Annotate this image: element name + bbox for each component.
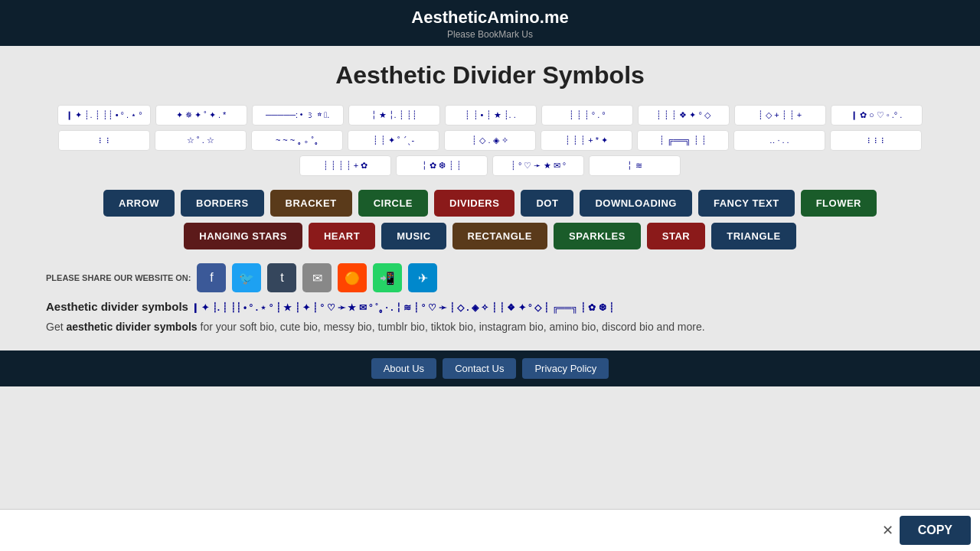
share-button-twitter[interactable]: 🐦: [232, 263, 261, 292]
description-symbols: ❙ ✦ ┊. ┊ ┊┊ • ° . ⋆ ° ┊ ★ ┊ ✦ ┊ ° ♡ ➛ ★ …: [191, 302, 614, 313]
page-title: Aesthetic Divider Symbols: [46, 61, 934, 90]
divider-cell[interactable]: ─────:・꒱ ☆ ゚.: [252, 105, 344, 126]
divider-cell[interactable]: ╎ ★ ╎. ┊ ┊┊: [348, 105, 440, 126]
description-body: Get aesthetic divider symbols for your s…: [46, 319, 934, 335]
divider-cell[interactable]: ‥ · . .: [733, 130, 825, 151]
divider-cell[interactable]: ┊ ┊ ┊ ° . °: [541, 105, 633, 126]
category-button-heart[interactable]: HEART: [309, 223, 375, 249]
divider-cell[interactable]: ╎ ✿ ❆ ┊ ┊: [396, 155, 488, 176]
category-button-dividers[interactable]: DIVIDERS: [434, 190, 514, 217]
category-button-dot[interactable]: DOT: [521, 190, 573, 217]
share-button-reddit[interactable]: 🟠: [338, 263, 367, 292]
divider-cell[interactable]: ⫶ ⫶ ⫶: [830, 130, 922, 151]
share-button-whatsapp[interactable]: 📲: [373, 263, 402, 292]
category-buttons: ARROWBORDERSBRACKETCIRCLEDIVIDERSDOTDOWN…: [46, 190, 934, 249]
divider-cell[interactable]: ┊ ┊ ┊ ❖ ✦ ° ◇: [638, 105, 730, 126]
share-button-telegram[interactable]: ✈: [408, 263, 437, 292]
category-button-borders[interactable]: BORDERS: [181, 190, 264, 217]
divider-cell[interactable]: ┊ ╔══╗ ┊ ┊: [637, 130, 729, 151]
divider-cell[interactable]: ╎ ≋: [589, 155, 681, 176]
site-subtitle: Please BookMark Us: [0, 29, 980, 40]
share-button-tumblr[interactable]: t: [267, 263, 296, 292]
site-title: AestheticAmino.me: [0, 8, 980, 28]
footer-link-privacy-policy[interactable]: Privacy Policy: [522, 358, 609, 379]
divider-cell[interactable]: ☆ ˚ . ☆: [155, 130, 247, 151]
share-buttons-container: f🐦t✉🟠📲✈: [197, 263, 437, 292]
divider-grid: ❙ ✦ ┊. ┊ ┊┊ • ° . ⋆ °✦ ✵ ✦ ˚ ✦ . *─────:…: [46, 105, 934, 176]
share-button-email[interactable]: ✉: [302, 263, 332, 292]
divider-cell[interactable]: ┊ ┊ ┊ + * ✦: [541, 130, 632, 151]
footer-link-contact-us[interactable]: Contact Us: [443, 358, 516, 379]
category-button-circle[interactable]: CIRCLE: [358, 190, 428, 217]
copy-clear-button[interactable]: ✕: [882, 522, 893, 539]
description-section: Aesthetic divider symbols ❙ ✦ ┊. ┊ ┊┊ • …: [46, 300, 934, 335]
divider-cell[interactable]: ~ ~ ~ ˳ ₊ ˚˳: [251, 130, 343, 151]
copy-input[interactable]: [9, 520, 876, 540]
category-button-arrow[interactable]: ARROW: [103, 190, 175, 217]
category-button-triangle[interactable]: TRIANGLE: [711, 223, 795, 249]
divider-cell[interactable]: ┊ ◇ + ┊ ┊ +: [734, 105, 826, 126]
divider-cell[interactable]: ⫶ ⫶: [58, 130, 150, 151]
copy-button[interactable]: COPY: [900, 516, 971, 545]
main-content: Aesthetic Divider Symbols ❙ ✦ ┊. ┊ ┊┊ • …: [31, 46, 949, 335]
description-title: Aesthetic divider symbols ❙ ✦ ┊. ┊ ┊┊ • …: [46, 300, 934, 313]
category-button-music[interactable]: MUSIC: [381, 223, 446, 249]
footer-link-about-us[interactable]: About Us: [371, 358, 436, 379]
category-button-downloading[interactable]: DOWNLOADING: [580, 190, 692, 217]
category-button-sparkles[interactable]: SPARKLES: [554, 223, 641, 249]
category-button-rectangle[interactable]: RECTANGLE: [452, 223, 547, 249]
footer-links: About UsContact UsPrivacy Policy: [0, 358, 980, 379]
divider-cell[interactable]: ❙ ✦ ┊. ┊ ┊┊ • ° . ⋆ °: [57, 105, 150, 126]
copy-bar: ✕ COPY: [0, 509, 980, 551]
divider-cell[interactable]: ┊ ┊ ┊ ┊ + ✿: [299, 155, 391, 176]
share-button-facebook[interactable]: f: [197, 263, 226, 292]
share-bar: PLEASE SHARE OUR WEBSITE ON: f🐦t✉🟠📲✈: [46, 263, 934, 292]
category-button-star[interactable]: STAR: [647, 223, 705, 249]
share-label: PLEASE SHARE OUR WEBSITE ON:: [46, 273, 191, 282]
category-button-hanging-stars[interactable]: HANGING STARS: [184, 223, 302, 249]
divider-cell[interactable]: ┊ ┊ • ┊ ★ ┊. .: [445, 105, 537, 126]
site-footer: About UsContact UsPrivacy Policy: [0, 350, 980, 386]
category-button-fancy-text[interactable]: FANCY TEXT: [698, 190, 795, 217]
divider-cell[interactable]: ┊ ◇ . ◈ ✧: [444, 130, 536, 151]
divider-cell[interactable]: ✦ ✵ ✦ ˚ ✦ . *: [155, 105, 247, 126]
category-button-flower[interactable]: FLOWER: [801, 190, 877, 217]
divider-cell[interactable]: ┊ ┊ ✦ ˚ ˊˎ-: [348, 130, 439, 151]
site-header: AestheticAmino.me Please BookMark Us: [0, 0, 980, 46]
divider-cell[interactable]: ┊ ° ♡ ➛ ★ ✉ °: [492, 155, 584, 176]
divider-cell[interactable]: ❙ ✿ ○ ♡ ◦ .° .: [831, 105, 923, 126]
category-button-bracket[interactable]: BRACKET: [270, 190, 352, 217]
highlight-text: aesthetic divider symbols: [66, 321, 197, 333]
